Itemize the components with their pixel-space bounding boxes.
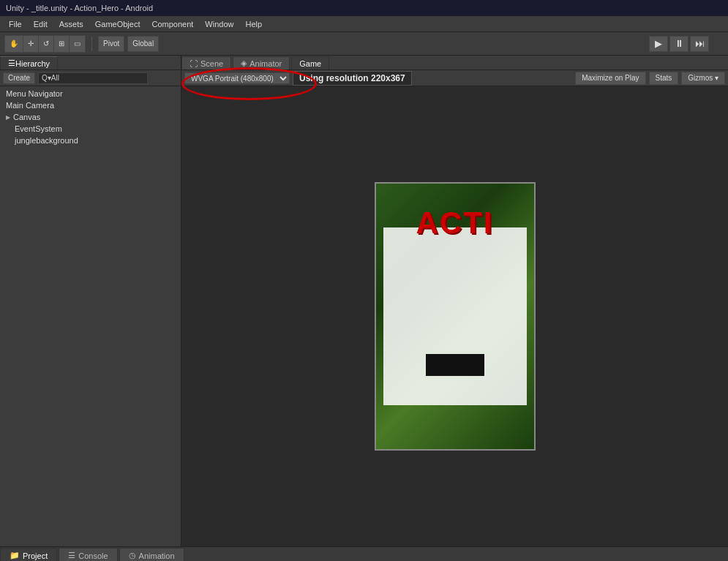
project-icon: 📁 — [10, 551, 20, 560]
resolution-dropdown[interactable]: WVGA Portrait (480x800) — [184, 72, 290, 84]
game-viewport: ACTI — [181, 86, 728, 546]
scale-tool[interactable]: ⊞ — [54, 36, 70, 52]
menu-edit[interactable]: Edit — [28, 18, 53, 30]
stats-btn[interactable]: Stats — [649, 72, 679, 85]
game-right-buttons: Maximize on Play Stats Gizmos ▾ — [575, 72, 725, 85]
game-title: ACTI — [416, 206, 494, 241]
item-label: Canvas — [13, 113, 40, 121]
hierarchy-item-eventsystem[interactable]: EventSystem — [0, 123, 181, 135]
gizmos-btn[interactable]: Gizmos ▾ — [681, 72, 725, 85]
tool-group: ✋ ✛ ↺ ⊞ ▭ — [4, 35, 86, 53]
hierarchy-tabs: ☰ Hierarchy — [0, 56, 181, 70]
hierarchy-search-input[interactable] — [38, 72, 148, 84]
title-bar: Unity - _title.unity - Action_Hero - And… — [0, 0, 728, 16]
main-area: ☰ Hierarchy Create Menu Navigator Main C… — [0, 56, 728, 546]
game-black-button — [426, 354, 484, 376]
hierarchy-panel: ☰ Hierarchy Create Menu Navigator Main C… — [0, 56, 181, 546]
game-toolbar: WVGA Portrait (480x800) Using resolution… — [181, 70, 728, 86]
play-button[interactable]: ▶ — [649, 36, 668, 52]
menu-component[interactable]: Component — [146, 18, 199, 30]
rotate-tool[interactable]: ↺ — [39, 36, 54, 52]
item-label: junglebackground — [15, 136, 78, 145]
pivot-button[interactable]: Pivot — [98, 36, 124, 52]
tab-console[interactable]: ☰ Console — [59, 548, 117, 561]
menu-assets[interactable]: Assets — [53, 18, 89, 30]
white-panel — [383, 227, 527, 405]
item-label: Main Camera — [6, 101, 54, 110]
animator-icon: ◈ — [241, 59, 247, 68]
pause-button[interactable]: ⏸ — [669, 36, 688, 52]
animation-icon: ◷ — [129, 551, 136, 560]
hierarchy-item-menu-navigator[interactable]: Menu Navigator — [0, 88, 181, 99]
item-label: Menu Navigator — [6, 89, 63, 98]
scene-icon: ⛶ — [189, 59, 198, 68]
item-label: EventSystem — [15, 124, 62, 133]
move-tool[interactable]: ✛ — [23, 36, 39, 52]
center-tabs: ⛶ Scene ◈ Animator Game — [181, 56, 728, 70]
hierarchy-item-junglebackground[interactable]: junglebackground — [0, 135, 181, 146]
menu-file[interactable]: File — [3, 18, 28, 30]
menu-help[interactable]: Help — [239, 18, 268, 30]
step-button[interactable]: ⏭ — [690, 36, 709, 52]
bottom-area: 📁 Project ☰ Console ◷ Animation Create ▾… — [0, 546, 728, 561]
center-area: ⛶ Scene ◈ Animator Game WVGA Portrait (4… — [181, 56, 728, 546]
rect-tool[interactable]: ▭ — [70, 36, 85, 52]
hierarchy-create-btn[interactable]: Create — [3, 72, 35, 84]
console-icon: ☰ — [68, 551, 75, 560]
hierarchy-items: Menu Navigator Main Camera ▶ Canvas Even… — [0, 86, 181, 546]
separator-1 — [91, 37, 92, 51]
menu-gameobject[interactable]: GameObject — [89, 18, 146, 30]
expand-icon: ▶ — [6, 114, 10, 121]
main-toolbar: ✋ ✛ ↺ ⊞ ▭ Pivot Global ▶ ⏸ ⏭ — [0, 32, 728, 56]
tab-animator[interactable]: ◈ Animator — [233, 56, 290, 69]
game-phone-preview: ACTI — [375, 182, 536, 451]
tab-hierarchy[interactable]: ☰ Hierarchy — [0, 56, 58, 69]
hierarchy-item-canvas[interactable]: ▶ Canvas — [0, 111, 181, 123]
global-button[interactable]: Global — [127, 36, 159, 52]
maximize-on-play-btn[interactable]: Maximize on Play — [575, 72, 645, 85]
tab-animation[interactable]: ◷ Animation — [119, 548, 184, 561]
play-controls: ▶ ⏸ ⏭ — [649, 36, 709, 52]
menu-bar: File Edit Assets GameObject Component Wi… — [0, 16, 728, 32]
tab-scene[interactable]: ⛶ Scene — [181, 56, 231, 69]
resolution-info: Using resolution 220x367 — [293, 71, 412, 86]
hierarchy-icon: ☰ — [8, 59, 15, 68]
tab-game[interactable]: Game — [291, 56, 329, 69]
bottom-tabs: 📁 Project ☰ Console ◷ Animation — [0, 547, 728, 561]
hierarchy-item-main-camera[interactable]: Main Camera — [0, 99, 181, 111]
hierarchy-toolbar: Create — [0, 70, 181, 86]
hand-tool[interactable]: ✋ — [5, 36, 23, 52]
title-text: Unity - _title.unity - Action_Hero - And… — [6, 4, 153, 12]
menu-window[interactable]: Window — [199, 18, 239, 30]
tab-project[interactable]: 📁 Project — [0, 548, 57, 561]
